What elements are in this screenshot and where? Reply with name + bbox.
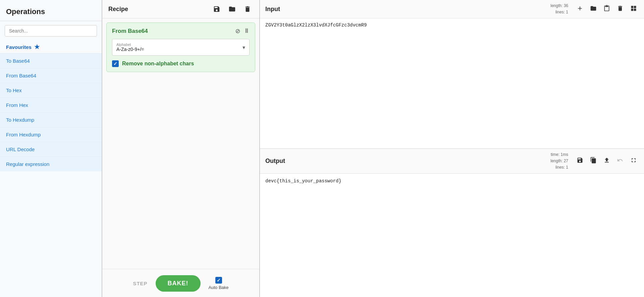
input-lines-label: lines: — [555, 10, 566, 14]
output-content: devc{this_is_your_password} — [260, 174, 644, 297]
favourites-row[interactable]: Favourites ★ — [0, 41, 102, 53]
alphabet-select-content: Alphabet A-Za-z0-9+/= — [116, 43, 144, 52]
recipe-open-button[interactable] — [226, 5, 238, 13]
output-lines-value: 1 — [566, 165, 568, 170]
output-length-label: length: — [550, 159, 564, 163]
input-textarea[interactable] — [260, 18, 644, 148]
input-length-label: length: — [550, 3, 564, 8]
recipe-save-button[interactable] — [211, 5, 222, 13]
sidebar-item-regular-expression[interactable]: Regular expression — [0, 157, 102, 171]
sidebar-item-from-hexdump[interactable]: From Hexdump — [0, 127, 102, 142]
favourites-label: Favourites — [6, 44, 32, 50]
output-time-value: 1ms — [560, 152, 568, 157]
input-open-button[interactable] — [588, 4, 598, 14]
op-card-icons: ⊘ ⏸ — [235, 27, 250, 35]
input-length-value: 36 — [564, 3, 568, 8]
op-disable-icon[interactable]: ⊘ — [235, 27, 240, 35]
operation-card: From Base64 ⊘ ⏸ Alphabet A-Za-z0-9+/= ▾ … — [106, 22, 255, 72]
input-meta: length: 36 lines: 1 — [550, 3, 568, 15]
alphabet-label: Alphabet — [116, 43, 144, 47]
input-add-button[interactable] — [575, 4, 585, 14]
output-copy-button[interactable] — [588, 156, 598, 166]
output-length-value: 27 — [564, 159, 568, 163]
sidebar-title: Operations — [0, 0, 102, 21]
output-meta: time: 1ms length: 27 lines: 1 — [550, 152, 568, 171]
recipe-header: Recipe — [102, 0, 259, 18]
sidebar-item-from-hex[interactable]: From Hex — [0, 98, 102, 112]
recipe-body: From Base64 ⊘ ⏸ Alphabet A-Za-z0-9+/= ▾ … — [102, 18, 259, 269]
output-undo-button[interactable] — [615, 156, 625, 166]
alphabet-value: A-Za-z0-9+/= — [116, 47, 144, 52]
bake-button[interactable]: BAKE! — [156, 275, 201, 292]
step-label: STEP — [133, 281, 147, 286]
auto-bake-row[interactable]: ✓ Auto Bake — [209, 277, 229, 290]
output-lines-label: lines: — [555, 165, 566, 170]
auto-bake-label: Auto Bake — [209, 285, 229, 290]
op-pause-icon[interactable]: ⏸ — [244, 27, 250, 35]
recipe-trash-button[interactable] — [242, 5, 253, 13]
remove-nonalpha-label: Remove non-alphabet chars — [122, 61, 194, 67]
input-grid-button[interactable] — [629, 4, 639, 14]
bake-row: STEP BAKE! ✓ Auto Bake — [102, 269, 259, 297]
output-header: Output time: 1ms length: 27 lines: 1 — [260, 149, 644, 174]
sidebar-item-url-decode[interactable]: URL Decode — [0, 142, 102, 157]
input-section: Input length: 36 lines: 1 — [260, 0, 644, 149]
favourites-star-icon: ★ — [34, 43, 40, 51]
remove-nonalpha-checkbox[interactable]: ✓ — [112, 60, 119, 67]
op-card-title: From Base64 ⊘ ⏸ — [112, 27, 250, 35]
output-title: Output — [265, 158, 547, 165]
sidebar-item-from-base64[interactable]: From Base64 — [0, 68, 102, 83]
output-upload-button[interactable] — [602, 156, 612, 166]
input-title: Input — [265, 6, 547, 13]
recipe-panel: Recipe From Base64 ⊘ ⏸ Alphabet A-Za-z0- — [102, 0, 260, 297]
output-save-button[interactable] — [575, 156, 585, 166]
input-paste-button[interactable] — [602, 4, 612, 14]
remove-nonalpha-row[interactable]: ✓ Remove non-alphabet chars — [112, 60, 250, 67]
input-header: Input length: 36 lines: 1 — [260, 0, 644, 18]
auto-bake-checkbox[interactable]: ✓ — [215, 277, 222, 284]
input-lines-value: 1 — [566, 10, 568, 14]
recipe-title: Recipe — [108, 6, 207, 13]
alphabet-select[interactable]: Alphabet A-Za-z0-9+/= ▾ — [112, 39, 250, 56]
search-input[interactable] — [5, 25, 97, 37]
right-panel: Input length: 36 lines: 1 — [260, 0, 644, 297]
op-card-title-text: From Base64 — [112, 28, 148, 35]
output-expand-button[interactable] — [629, 156, 639, 166]
output-section: Output time: 1ms length: 27 lines: 1 d — [260, 149, 644, 297]
sidebar: Operations Favourites ★ To Base64From Ba… — [0, 0, 102, 297]
sidebar-items-list: To Base64From Base64To HexFrom HexTo Hex… — [0, 53, 102, 171]
chevron-down-icon: ▾ — [243, 44, 245, 51]
input-trash-button[interactable] — [615, 4, 625, 14]
auto-bake-checkmark-icon: ✓ — [217, 278, 221, 283]
sidebar-item-to-hex[interactable]: To Hex — [0, 83, 102, 98]
checkmark-icon: ✓ — [113, 61, 117, 66]
output-time-label: time: — [551, 152, 560, 157]
sidebar-item-to-base64[interactable]: To Base64 — [0, 53, 102, 68]
sidebar-item-to-hexdump[interactable]: To Hexdump — [0, 112, 102, 127]
